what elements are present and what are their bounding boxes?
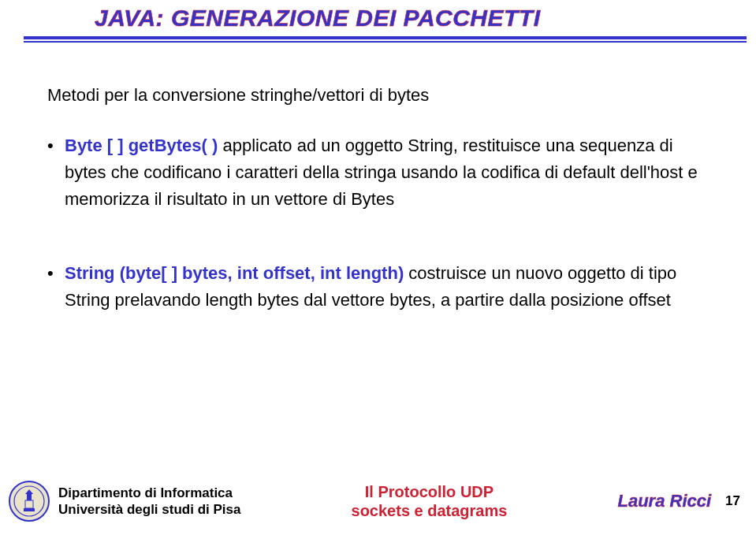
dept-line2: Università degli studi di Pisa [58,501,240,518]
author-name: Laura Ricci [617,491,711,511]
dept-line1: Dipartimento di Informatica [58,485,240,501]
footer: Dipartimento di Informatica Università d… [0,468,756,539]
keyword: Byte [ ] getBytes( ) [65,136,218,155]
slide-body: Metodi per la conversione stringhe/vetto… [0,43,756,314]
svg-rect-3 [24,508,35,511]
list-item: String (byte[ ] bytes, int offset, int l… [47,260,709,314]
keyword: String (byte[ ] bytes, int offset, int l… [65,263,404,283]
center-line2: sockets e datagrams [240,501,617,520]
page-number: 17 [725,493,740,509]
intro-text: Metodi per la conversione stringhe/vetto… [47,82,709,109]
department-block: Dipartimento di Informatica Università d… [58,485,240,519]
svg-rect-2 [25,500,33,508]
slide-title: JAVA: GENERAZIONE DEI PACCHETTI [95,5,724,32]
bullet-list: Byte [ ] getBytes( ) applicato ad un ogg… [47,132,709,314]
list-item: Byte [ ] getBytes( ) applicato ad un ogg… [47,132,709,213]
title-rule-thick [24,36,747,39]
university-logo-icon [8,480,50,522]
center-line1: Il Protocollo UDP [240,482,617,501]
footer-center: Il Protocollo UDP sockets e datagrams [240,482,617,520]
